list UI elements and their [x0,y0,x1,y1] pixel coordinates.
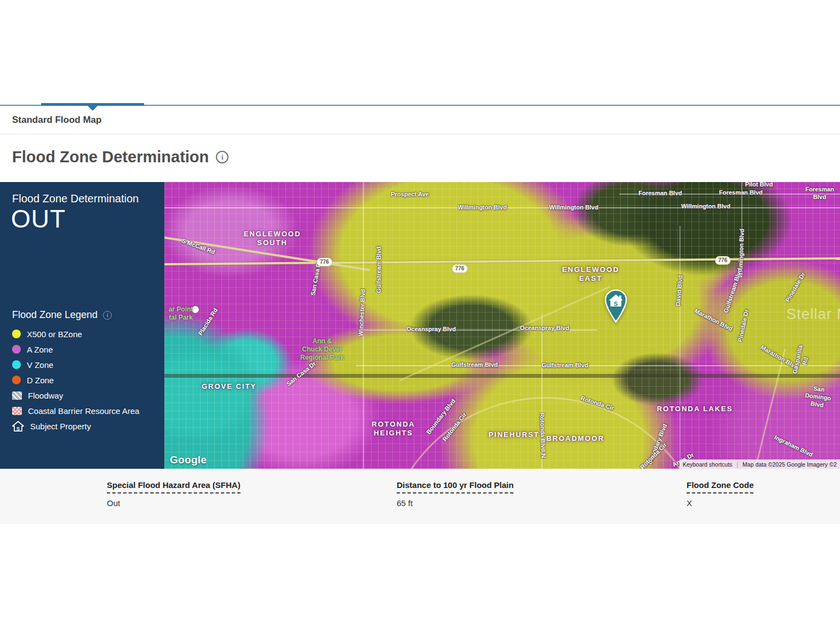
keyboard-shortcuts-link[interactable]: Keyboard shortcuts [683,461,732,468]
map-label-road: Winchester Blvd [357,289,367,337]
map-label-road: Gulfstream Blvd [542,362,588,370]
map-label-road: San Domingo Blvd [804,384,832,410]
stat-value: Out [107,498,241,508]
stat-label: Special Flood Hazard Area (SFHA) [107,480,241,493]
map-label-place: ENGLEWOOD EAST [562,265,620,283]
map-label-park: Ann & Chuck Dever Regional Park [300,337,344,362]
stat-value: X [687,498,753,508]
v-zone-swatch [12,360,21,369]
subject-property-house-icon: S [12,421,24,432]
legend-info-icon[interactable]: i [103,311,112,320]
flood-map[interactable]: Prospect AveWillmington BlvdWillmington … [164,182,840,469]
map-label-road: Oceanspray Blvd [407,326,456,333]
stat-label: Distance to 100 yr Flood Plain [397,480,513,493]
map-label-road: Rotonda Cir [580,395,615,413]
section-divider [0,134,840,134]
legend-item-subject-property: SSubject Property [12,422,139,430]
google-logo[interactable]: Google [170,454,207,466]
d-zone-swatch [12,376,21,384]
page-title-text: Flood Zone Determination [12,148,209,166]
map-label-park: ar Point tal Park [169,305,193,322]
stat-label: Flood Zone Code [687,480,753,493]
map-label-road: Rotonda Cir [441,411,468,443]
map-label-place: ROTONDA HEIGHTS [372,420,415,438]
x500-bzone-swatch [12,330,21,338]
determination-value: OUT [11,204,66,234]
tab-standard-flood-map[interactable]: Standard Flood Map [12,115,101,126]
legend-item-floodway: Floodway [12,391,139,400]
map-label-road: Willmington Blvd [458,204,507,212]
svg-text:S: S [614,300,618,307]
stats-bar: Special Flood Hazard Area (SFHA)OutDista… [0,469,840,524]
map-data-attribution: Map data ©2025 Google Imagery ©2 [742,461,837,468]
page-title: Flood Zone Determination i [12,148,228,166]
map-label-place: BROADMOOR [546,434,604,443]
map-label-road: Gulfstream Blvd [722,267,744,314]
map-label-road: Rotonda Blvd N [538,413,547,458]
legend-item-a-zone: A Zone [12,345,139,354]
legend-item-d-zone: D Zone [12,376,139,384]
map-label-road: Pinedale Dr [784,271,807,303]
map-label-road: Oceanspray Blvd [520,325,569,332]
active-tab-caret-icon [88,106,98,111]
map-label-road: Foresman Blvd [805,186,835,201]
map-label-road: Boundary Blvd [425,398,457,436]
map-label-road: Pinedale Dr [736,309,751,343]
svg-text:S: S [16,425,20,431]
map-label-road: Willmington Blvd [681,203,730,211]
legend-list: X500 or BZoneA ZoneV ZoneD ZoneFloodwayC… [12,330,139,430]
map-label-road: Prospect Ave [391,191,429,198]
stat-value: 65 ft [397,498,513,508]
stellar-mls-watermark: Stellar MLS [786,306,840,323]
map-label-road: Gasparilla Rd [790,340,813,381]
map-label-road: Rotonda Cir [639,441,668,469]
info-icon[interactable]: i [216,151,228,163]
map-label-road: Gulfstream Blvd [452,361,498,369]
map-label-road: Boundary Blvd [646,423,669,466]
map-label-road: Willmington Blvd [737,229,746,278]
legend-label: D Zone [27,376,54,385]
stat-special-flood-hazard-area-sfha-: Special Flood Hazard Area (SFHA)Out [107,480,241,508]
determination-panel: Flood Zone Determination OUT Flood Zone … [0,182,164,469]
floodway-swatch [12,391,22,400]
legend-item-coastal-barrier-resource-area: Coastal Barrier Resource Area [12,406,139,415]
legend-label: Coastal Barrier Resource Area [28,406,139,416]
map-label-road: Foresman Blvd [719,189,762,197]
map-label-road: Willmington Blvd [549,204,598,212]
map-label-road: Marathon Blvd [693,308,734,333]
legend-title-row: Flood Zone Legend i [12,309,139,321]
route-shield-776: 776 [317,258,333,266]
legend-item-x500-or-bzone: X500 or BZone [12,330,139,338]
a-zone-swatch [12,345,21,354]
map-label-road: Pilot Blvd [745,182,773,189]
map-label-road: Placida Rd [197,307,219,337]
map-label-road: Foresman Blvd [638,190,682,197]
legend-title: Flood Zone Legend [12,309,98,321]
map-label-road: San Casa Dr [285,360,318,388]
map-label-road: S McCall Rd [181,237,216,257]
legend-label: Floodway [28,391,63,400]
legend-item-v-zone: V Zone [12,360,139,369]
map-label-place: ROTONDA LAKES [657,405,733,413]
legend-label: Subject Property [30,422,91,431]
stat-flood-zone-code: Flood Zone CodeX [687,480,753,508]
attribution-separator: | [736,461,738,468]
map-label-place: GROVE CITY [202,382,256,391]
flood-map-page: Standard Flood Map Flood Zone Determinat… [0,0,840,630]
legend-label: X500 or BZone [27,330,82,339]
map-label-place: PINEHURST [488,430,539,439]
subject-property-pin-icon: S [603,288,629,323]
map-label-road: David Blvd [675,275,685,307]
stat-distance-to-100-yr-flood-plain: Distance to 100 yr Flood Plain65 ft [397,480,513,508]
map-attribution: Keyboard shortcuts | Map data ©2025 Goog… [679,459,840,469]
coastal-barrier-swatch [12,407,22,415]
map-label-road: Ingraham Blvd [773,434,814,459]
map-label-road: Gulfstream Blvd [375,247,383,293]
legend-block: Flood Zone Legend i X500 or BZoneA ZoneV… [12,309,139,437]
panel-title: Flood Zone Determination [12,192,139,205]
route-shield-776: 776 [452,264,468,273]
map-labels: Prospect AveWillmington BlvdWillmington … [164,182,840,469]
map-label-road: Marathon Blvd [759,344,799,371]
map-label-place: ENGLEWOOD SOUTH [244,230,301,248]
legend-label: A Zone [27,345,53,354]
